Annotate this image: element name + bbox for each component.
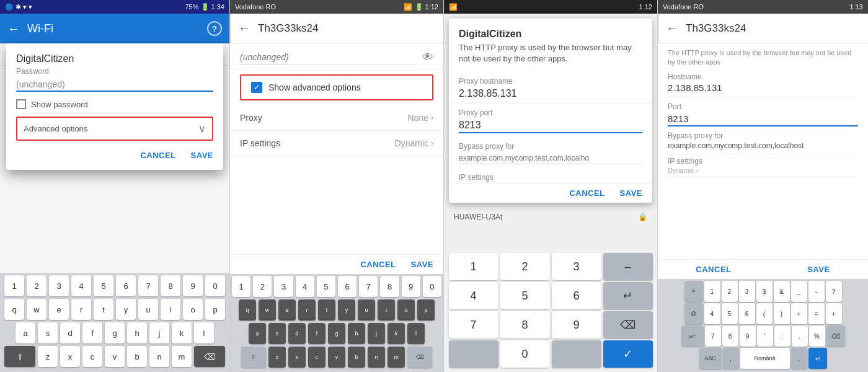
back-arrow-4[interactable]: ← [666, 21, 678, 35]
k2-shift[interactable]: ⇧ [241, 347, 266, 368]
key-3[interactable]: 3 [49, 275, 69, 296]
key-8[interactable]: 8 [161, 275, 180, 296]
k4-amp[interactable]: & [774, 281, 790, 302]
k4-1[interactable]: 1 [704, 281, 720, 302]
key-u[interactable]: u [138, 299, 158, 320]
advanced-options-dropdown[interactable]: Advanced options ∨ [16, 117, 213, 141]
k4-dollar[interactable]: $ [756, 281, 773, 302]
key-o[interactable]: o [183, 299, 203, 320]
k2-k[interactable]: k [388, 323, 405, 344]
k4-space[interactable]: Română [740, 348, 790, 369]
k2-n[interactable]: n [368, 347, 385, 368]
k2-f[interactable]: f [308, 323, 326, 344]
n3-1[interactable]: 1 [449, 253, 498, 280]
k4-6[interactable]: 6 [739, 303, 755, 324]
k2-r[interactable]: r [298, 299, 316, 321]
k2-a[interactable]: a [249, 323, 266, 344]
password-input[interactable] [16, 78, 213, 92]
key-t[interactable]: t [94, 299, 113, 320]
k2-b[interactable]: b [348, 347, 365, 368]
cancel-button-4[interactable]: CANCEL [696, 265, 731, 274]
k2-l[interactable]: l [407, 323, 425, 344]
k2-d[interactable]: d [288, 323, 306, 344]
key-y[interactable]: y [116, 299, 136, 320]
key-i[interactable]: i [161, 299, 180, 320]
key-b[interactable]: b [127, 346, 147, 367]
key-k[interactable]: k [172, 322, 192, 343]
key-delete[interactable]: ⌫ [194, 346, 225, 367]
key-h[interactable]: h [127, 322, 147, 343]
password-field-2[interactable] [240, 50, 417, 65]
k2-g[interactable]: g [328, 323, 345, 344]
k2-w[interactable]: w [259, 299, 276, 321]
bypass-input-3[interactable] [459, 153, 642, 164]
k4-lparen[interactable]: ( [756, 303, 773, 324]
n3-2[interactable]: 2 [500, 253, 550, 280]
key-x[interactable]: x [60, 346, 80, 367]
key-q[interactable]: q [4, 299, 24, 320]
n3-7[interactable]: 7 [449, 311, 498, 339]
n3-4[interactable]: 4 [449, 282, 498, 309]
key-p[interactable]: p [205, 299, 225, 320]
k2-c[interactable]: c [308, 347, 326, 368]
key-g[interactable]: g [105, 322, 125, 343]
help-icon[interactable]: ? [207, 21, 222, 36]
show-password-checkbox[interactable] [16, 99, 26, 109]
k4-hash[interactable]: # [684, 281, 703, 302]
k4-rparen[interactable]: ) [774, 303, 790, 324]
k4-underscore[interactable]: _ [791, 281, 807, 302]
key-s[interactable]: s [38, 322, 58, 343]
k2-s[interactable]: s [268, 323, 286, 344]
n3-8[interactable]: 8 [500, 311, 550, 339]
advanced-checkbox[interactable]: ✓ [251, 82, 262, 93]
k2-u[interactable]: u [358, 299, 375, 321]
k4-dot[interactable]: . [792, 326, 808, 347]
k4-3[interactable]: 3 [739, 281, 755, 302]
back-arrow-icon[interactable]: ← [7, 22, 20, 36]
key-m[interactable]: m [172, 346, 192, 367]
k2-0[interactable]: 0 [423, 276, 441, 297]
k2-z[interactable]: z [268, 347, 286, 368]
visibility-icon[interactable]: 👁 [422, 51, 433, 64]
k4-9[interactable]: 9 [740, 326, 756, 347]
k4-quote[interactable]: ' [757, 326, 773, 347]
save-button-1[interactable]: SAVE [191, 151, 213, 160]
ip-settings-row[interactable]: IP settings Dynamic › [230, 131, 443, 156]
k4-4[interactable]: 4 [704, 303, 720, 324]
k4-dash[interactable]: - [808, 281, 825, 302]
k4-percent[interactable]: % [809, 326, 825, 347]
port-input-4[interactable] [668, 112, 858, 126]
key-n[interactable]: n [149, 346, 169, 367]
k4-del[interactable]: ⌫ [826, 326, 845, 347]
k4-plus2[interactable]: + [826, 303, 842, 324]
key-c[interactable]: c [82, 346, 102, 367]
k2-9[interactable]: 9 [402, 276, 420, 297]
key-1[interactable]: 1 [4, 275, 24, 296]
key-v[interactable]: v [105, 346, 125, 367]
k4-special[interactable]: (&= [681, 326, 704, 347]
n3-6[interactable]: 6 [552, 282, 601, 309]
key-0[interactable]: 0 [205, 275, 225, 296]
n3-enter[interactable]: ↵ [603, 282, 653, 309]
n3-0[interactable]: 0 [500, 340, 550, 368]
save-button-2[interactable]: SAVE [411, 260, 433, 269]
k4-plus[interactable]: + [791, 303, 807, 324]
key-6[interactable]: 6 [116, 275, 136, 296]
key-d[interactable]: d [60, 322, 80, 343]
show-advanced-row[interactable]: ✓ Show advanced options [240, 74, 433, 100]
k2-y[interactable]: y [338, 299, 355, 321]
k4-equals[interactable]: = [808, 303, 825, 324]
n3-del[interactable]: ⌫ [603, 311, 653, 339]
k2-8[interactable]: 8 [380, 276, 399, 297]
key-w[interactable]: w [27, 299, 46, 320]
k2-4[interactable]: 4 [296, 276, 314, 297]
k2-e[interactable]: e [278, 299, 296, 321]
key-7[interactable]: 7 [138, 275, 158, 296]
k2-v[interactable]: v [328, 347, 345, 368]
k4-at[interactable]: @ [684, 303, 703, 324]
k2-j[interactable]: j [368, 323, 385, 344]
key-j[interactable]: j [149, 322, 169, 343]
k4-2[interactable]: 2 [722, 281, 738, 302]
k2-6[interactable]: 6 [338, 276, 356, 297]
k4-abc[interactable]: ABC [699, 348, 722, 369]
